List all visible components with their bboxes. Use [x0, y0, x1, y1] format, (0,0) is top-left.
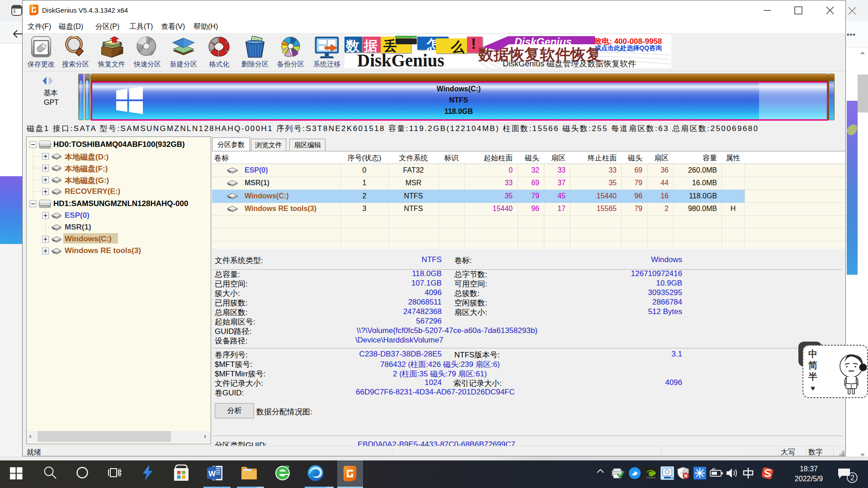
svg-text:2: 2 [850, 474, 854, 482]
svg-text:DiskGenius: DiskGenius [514, 36, 572, 48]
svg-text:NVIDIA: NVIDIA [646, 476, 656, 479]
svg-text:W: W [208, 469, 216, 478]
svg-text:intel: intel [670, 476, 674, 479]
